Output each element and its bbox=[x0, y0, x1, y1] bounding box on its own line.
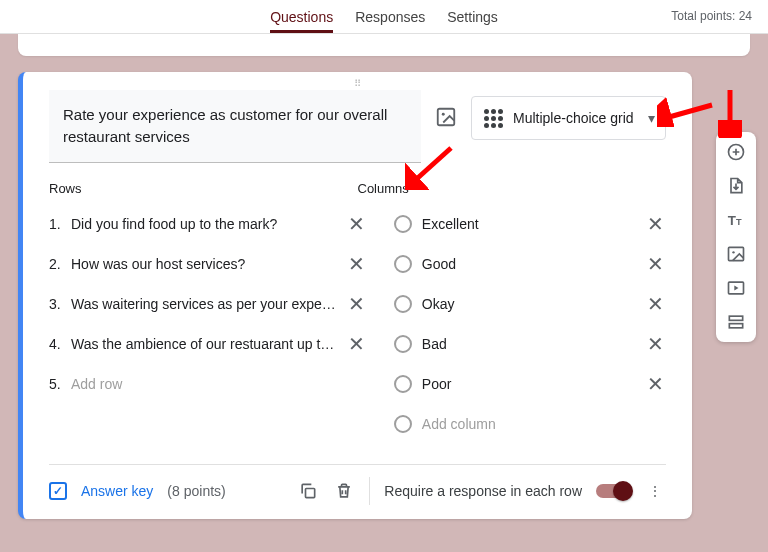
image-icon bbox=[435, 106, 457, 128]
svg-rect-10 bbox=[729, 324, 742, 328]
row-text-input[interactable]: How was our host services? bbox=[71, 256, 336, 272]
top-tabs-bar: Questions Responses Settings Total point… bbox=[0, 0, 768, 34]
column-text-input[interactable]: Okay bbox=[422, 296, 634, 312]
floating-toolbar: TT bbox=[716, 132, 756, 342]
add-row-placeholder: Add row bbox=[71, 376, 368, 392]
copy-icon bbox=[298, 481, 318, 501]
text-icon: TT bbox=[726, 210, 746, 230]
delete-column-button[interactable]: ✕ bbox=[644, 212, 666, 236]
column-text-input[interactable]: Bad bbox=[422, 336, 634, 352]
row-text-input[interactable]: Was waitering services as per your expe… bbox=[71, 296, 336, 312]
add-section-button[interactable] bbox=[726, 312, 746, 332]
columns-column: Excellent ✕ Good ✕ Okay ✕ Bad ✕ bbox=[394, 204, 666, 444]
import-question-button[interactable] bbox=[726, 176, 746, 196]
rows-label: Rows bbox=[49, 181, 358, 196]
grid-row: 4. Was the ambience of our restuarant up… bbox=[49, 324, 368, 364]
row-number: 4. bbox=[49, 336, 61, 352]
add-question-button[interactable] bbox=[726, 142, 746, 162]
grid-column: Bad ✕ bbox=[394, 324, 666, 364]
import-icon bbox=[726, 176, 746, 196]
grid-column: Okay ✕ bbox=[394, 284, 666, 324]
trash-icon bbox=[334, 481, 354, 501]
radio-icon bbox=[394, 255, 412, 273]
delete-row-button[interactable]: ✕ bbox=[346, 292, 368, 316]
row-text-input[interactable]: Did you find food up to the mark? bbox=[71, 216, 336, 232]
delete-column-button[interactable]: ✕ bbox=[644, 252, 666, 276]
points-label: (8 points) bbox=[167, 483, 225, 499]
delete-row-button[interactable]: ✕ bbox=[346, 212, 368, 236]
dropdown-caret-icon: ▾ bbox=[648, 110, 655, 126]
columns-label: Columns bbox=[358, 181, 667, 196]
require-label: Require a response in each row bbox=[384, 483, 582, 499]
row-number: 1. bbox=[49, 216, 61, 232]
grid-column: Excellent ✕ bbox=[394, 204, 666, 244]
drag-handle-icon[interactable]: ⠿ bbox=[354, 78, 362, 89]
svg-rect-2 bbox=[306, 488, 315, 497]
more-options-button[interactable]: ⋮ bbox=[644, 480, 666, 502]
grid-icon bbox=[484, 109, 503, 128]
row-number: 2. bbox=[49, 256, 61, 272]
add-column[interactable]: Add column bbox=[394, 404, 666, 444]
delete-button[interactable] bbox=[333, 480, 355, 502]
section-icon bbox=[726, 312, 746, 332]
grid-row: 1. Did you find food up to the mark? ✕ bbox=[49, 204, 368, 244]
grid-row: 3. Was waitering services as per your ex… bbox=[49, 284, 368, 324]
question-type-dropdown[interactable]: Multiple-choice grid ▾ bbox=[471, 96, 666, 140]
question-type-label: Multiple-choice grid bbox=[513, 110, 634, 126]
radio-icon bbox=[394, 375, 412, 393]
delete-column-button[interactable]: ✕ bbox=[644, 332, 666, 356]
column-text-input[interactable]: Good bbox=[422, 256, 634, 272]
row-text-input[interactable]: Was the ambience of our restuarant up t… bbox=[71, 336, 336, 352]
svg-rect-6 bbox=[729, 247, 744, 260]
grid-column: Poor ✕ bbox=[394, 364, 666, 404]
image-icon bbox=[726, 244, 746, 264]
require-toggle[interactable] bbox=[596, 484, 630, 498]
radio-icon bbox=[394, 335, 412, 353]
question-card: ⠿ Rate your experience as customer for o… bbox=[18, 72, 692, 519]
add-image-toolbar-button[interactable] bbox=[726, 244, 746, 264]
answer-key-button[interactable]: Answer key bbox=[81, 483, 153, 499]
question-title-input[interactable]: Rate your experience as customer for our… bbox=[49, 90, 421, 163]
add-row[interactable]: 5. Add row bbox=[49, 364, 368, 404]
video-icon bbox=[726, 278, 746, 298]
duplicate-button[interactable] bbox=[297, 480, 319, 502]
row-number: 5. bbox=[49, 376, 61, 392]
svg-text:T: T bbox=[728, 213, 736, 228]
add-video-button[interactable] bbox=[726, 278, 746, 298]
answer-key-icon: ✓ bbox=[49, 482, 67, 500]
footer-divider bbox=[369, 477, 370, 505]
svg-point-7 bbox=[732, 251, 734, 253]
delete-row-button[interactable]: ✕ bbox=[346, 332, 368, 356]
grid-column: Good ✕ bbox=[394, 244, 666, 284]
rows-column: 1. Did you find food up to the mark? ✕ 2… bbox=[49, 204, 368, 444]
tab-responses[interactable]: Responses bbox=[355, 1, 425, 33]
tab-questions[interactable]: Questions bbox=[270, 1, 333, 33]
grid-row: 2. How was our host services? ✕ bbox=[49, 244, 368, 284]
add-title-button[interactable]: TT bbox=[726, 210, 746, 230]
radio-icon bbox=[394, 215, 412, 233]
add-image-button[interactable] bbox=[435, 106, 457, 128]
plus-circle-icon bbox=[726, 142, 746, 162]
previous-card-peek bbox=[18, 34, 750, 56]
radio-icon bbox=[394, 295, 412, 313]
delete-column-button[interactable]: ✕ bbox=[644, 292, 666, 316]
delete-row-button[interactable]: ✕ bbox=[346, 252, 368, 276]
tab-settings[interactable]: Settings bbox=[447, 1, 498, 33]
column-text-input[interactable]: Poor bbox=[422, 376, 634, 392]
column-text-input[interactable]: Excellent bbox=[422, 216, 634, 232]
delete-column-button[interactable]: ✕ bbox=[644, 372, 666, 396]
add-column-placeholder: Add column bbox=[422, 416, 666, 432]
svg-text:T: T bbox=[736, 217, 742, 227]
svg-point-1 bbox=[442, 113, 445, 116]
total-points-label: Total points: 24 bbox=[671, 9, 752, 23]
radio-icon bbox=[394, 415, 412, 433]
row-number: 3. bbox=[49, 296, 61, 312]
svg-rect-9 bbox=[729, 316, 742, 320]
